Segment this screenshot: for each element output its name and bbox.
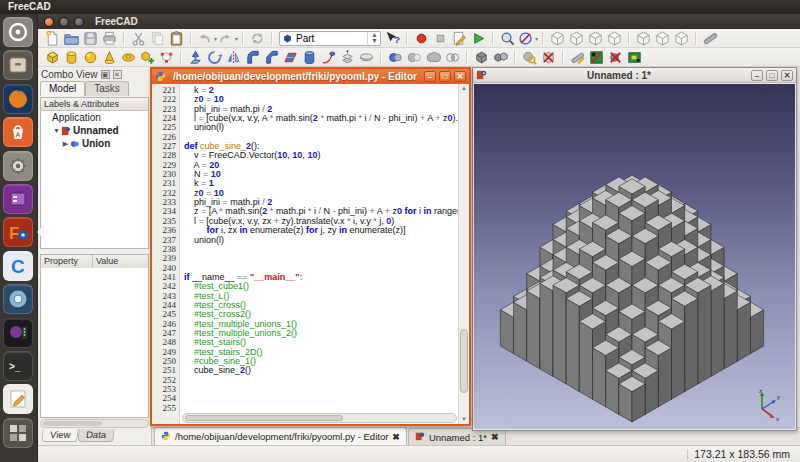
- code-editor-area[interactable]: k = 2 z0 = 10 phi_ini = math.pi / 2 l = …: [180, 84, 458, 424]
- part-mirror-button[interactable]: [224, 48, 243, 66]
- workbench-selector[interactable]: Part▲▼: [279, 31, 381, 46]
- part-primitives-button[interactable]: [138, 48, 157, 66]
- launcher-item-workspace-switcher[interactable]: [3, 418, 33, 448]
- paste-button[interactable]: [167, 29, 186, 47]
- whats-this-button[interactable]: ?: [383, 29, 402, 47]
- macro-edit-button[interactable]: [450, 29, 469, 47]
- combo-tab-model[interactable]: Model: [40, 81, 85, 96]
- save-document-button[interactable]: [81, 29, 100, 47]
- launcher-item-dash-home[interactable]: [3, 17, 33, 47]
- part-sphere-button[interactable]: [81, 48, 100, 66]
- part-sweep-button[interactable]: [319, 48, 338, 66]
- measure-linear-button[interactable]: [568, 48, 587, 66]
- 3d-view-close-button[interactable]: ✕: [781, 70, 793, 81]
- scroll-down-arrow[interactable]: ▼: [460, 415, 468, 424]
- property-column-header[interactable]: Property: [41, 255, 93, 268]
- view-front-button[interactable]: [567, 29, 586, 47]
- part-loft-button[interactable]: [300, 48, 319, 66]
- part-cylinder-button[interactable]: [62, 48, 81, 66]
- value-column-header[interactable]: Value: [93, 255, 148, 268]
- combo-tab-tasks[interactable]: Tasks: [85, 81, 129, 96]
- window-close-button[interactable]: [44, 17, 54, 27]
- fit-all-button[interactable]: [498, 29, 517, 47]
- tree-item-unnamed[interactable]: ▼Unnamed: [41, 124, 148, 137]
- window-minimize-button[interactable]: [59, 17, 69, 27]
- property-scrollbar[interactable]: [40, 419, 149, 428]
- part-explode-compound-button[interactable]: [491, 48, 510, 66]
- part-extrude-button[interactable]: [186, 48, 205, 66]
- view-top-button[interactable]: [586, 29, 605, 47]
- view-rear-button[interactable]: [634, 29, 653, 47]
- editor-minimize-button[interactable]: –: [424, 71, 436, 82]
- launcher-item-terminal[interactable]: >_: [3, 351, 33, 381]
- part-common-button[interactable]: [443, 48, 462, 66]
- macro-record-button[interactable]: [412, 29, 431, 47]
- editor-restore-button[interactable]: □: [439, 71, 451, 82]
- cut-button[interactable]: [129, 29, 148, 47]
- part-defeaturing-button[interactable]: [539, 48, 558, 66]
- copy-button[interactable]: [148, 29, 167, 47]
- part-union-button[interactable]: [424, 48, 443, 66]
- 3d-view-restore-button[interactable]: □: [766, 70, 778, 81]
- launcher-item-freecad[interactable]: F: [3, 217, 33, 247]
- panel-tab-view[interactable]: View: [41, 429, 79, 442]
- print-button[interactable]: [100, 29, 119, 47]
- mdi-tab-editor[interactable]: /home/obijuan/development/friki/pyooml.p…: [154, 427, 407, 445]
- part-box-button[interactable]: [43, 48, 62, 66]
- part-fillet-button[interactable]: [243, 48, 262, 66]
- launcher-item-software-center[interactable]: A: [3, 117, 33, 147]
- part-compound-button[interactable]: [472, 48, 491, 66]
- part-revolve-button[interactable]: [205, 48, 224, 66]
- editor-vertical-scrollbar[interactable]: ▲ ▼: [458, 84, 469, 424]
- part-shapebuilder-button[interactable]: [157, 48, 176, 66]
- redo-button[interactable]: ▾: [217, 29, 238, 47]
- part-cut-button[interactable]: [405, 48, 424, 66]
- launcher-item-system-settings[interactable]: [3, 151, 33, 181]
- editor-titlebar[interactable]: /home/obijuan/development/friki/pyooml.p…: [152, 69, 469, 84]
- new-document-button[interactable]: [43, 29, 62, 47]
- redo-dropdown-arrow[interactable]: ▾: [235, 35, 238, 42]
- part-torus-button[interactable]: [119, 48, 138, 66]
- launcher-item-media-app[interactable]: [3, 318, 33, 348]
- open-document-button[interactable]: [62, 29, 81, 47]
- measure-toggle-all-button[interactable]: [625, 48, 644, 66]
- tree-item-union[interactable]: ▶Union: [41, 137, 148, 150]
- editor-horizontal-scrollbar[interactable]: [182, 413, 457, 423]
- draw-style-button[interactable]: ▾: [517, 29, 538, 47]
- launcher-item-purple-app[interactable]: [3, 184, 33, 214]
- view-right-button[interactable]: [605, 29, 624, 47]
- window-maximize-button[interactable]: [74, 17, 84, 27]
- part-thickness-button[interactable]: [357, 48, 376, 66]
- part-boolean-button[interactable]: [386, 48, 405, 66]
- launcher-item-text-editor[interactable]: [3, 384, 33, 414]
- launcher-item-files[interactable]: [3, 50, 33, 80]
- tree-header[interactable]: Labels & Attributes: [41, 98, 148, 111]
- view-left-button[interactable]: [672, 29, 691, 47]
- 3d-view-titlebar[interactable]: Unnamed : 1* – □ ✕: [473, 68, 796, 83]
- part-offset-button[interactable]: [338, 48, 357, 66]
- tab-close-icon[interactable]: ✖: [392, 432, 400, 442]
- 3d-view-minimize-button[interactable]: –: [751, 70, 763, 81]
- panel-tab-data[interactable]: Data: [78, 429, 115, 442]
- measure-button[interactable]: [701, 29, 720, 47]
- launcher-item-chromium[interactable]: [3, 284, 33, 314]
- scroll-up-arrow[interactable]: ▲: [460, 84, 468, 93]
- view-bottom-button[interactable]: [653, 29, 672, 47]
- measure-angular-button[interactable]: [587, 48, 606, 66]
- part-check-geometry-button[interactable]: [520, 48, 539, 66]
- tree-expander[interactable]: ▶: [61, 137, 70, 150]
- property-table-body[interactable]: [40, 268, 149, 418]
- refresh-button[interactable]: [248, 29, 267, 47]
- tree-expander[interactable]: ▼: [52, 124, 61, 137]
- part-chamfer-button[interactable]: [262, 48, 281, 66]
- 3d-viewport[interactable]: z y x: [474, 84, 795, 429]
- view-axonometric-button[interactable]: [548, 29, 567, 47]
- launcher-item-c-app[interactable]: C: [3, 251, 33, 281]
- part-cone-button[interactable]: [100, 48, 119, 66]
- draw-style-dropdown-arrow[interactable]: ▾: [535, 35, 538, 42]
- part-ruled-surface-button[interactable]: [281, 48, 300, 66]
- launcher-item-firefox[interactable]: [3, 84, 33, 114]
- tab-close-icon[interactable]: ✖: [491, 432, 499, 442]
- combo-float-button[interactable]: ▣: [101, 70, 110, 79]
- tree-item-application[interactable]: Application: [41, 111, 148, 124]
